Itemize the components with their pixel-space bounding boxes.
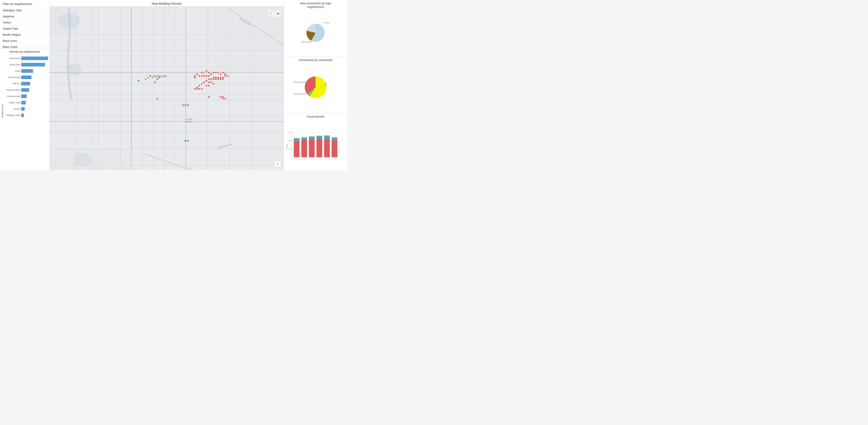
map-dot: [211, 82, 212, 83]
bar-row: Porters: [4, 106, 48, 112]
map-dot: [194, 77, 195, 78]
map-dot: [222, 98, 223, 99]
svg-rect-34: [213, 8, 284, 72]
neighborhood-list-item[interactable]: Blues Creek: [0, 44, 50, 48]
bar-track: [21, 107, 48, 111]
map-dot: [217, 78, 219, 80]
svg-rect-59: [309, 139, 315, 157]
map-dot: [206, 80, 207, 82]
filter-section: Filter by neighborhood Abbington OaksApp…: [0, 0, 50, 49]
map-dot: [157, 78, 158, 80]
map-dot: [196, 86, 198, 88]
bar-row: Hidden Lake: [4, 99, 48, 106]
neighborhood-list-item[interactable]: Black Acres: [0, 38, 50, 44]
bar-fill: [21, 88, 29, 92]
pie1-container: No data White 70.81%: [286, 10, 345, 55]
bar-label: Fifth Ave: [4, 83, 20, 85]
svg-rect-64: [316, 135, 322, 136]
map-dot: [187, 104, 188, 106]
bar-track: [21, 75, 48, 79]
map-dot: [204, 75, 205, 77]
map-dot: [196, 73, 198, 75]
map-dot: [194, 88, 195, 90]
map-dot: [201, 75, 203, 77]
svg-text:White 70.81%: White 70.81%: [301, 41, 312, 43]
map-list-view-button[interactable]: ≡: [268, 10, 274, 16]
bar-label: Abbington Oaks: [4, 114, 20, 116]
map-dot: [187, 140, 188, 142]
map-controls: ≡ ▦: [268, 9, 282, 17]
map-dot: [154, 82, 156, 83]
bar-row: Abbington Oaks: [4, 112, 48, 118]
bar-fill: [21, 82, 30, 86]
neighborhood-list-item[interactable]: Abbington Oaks: [0, 7, 50, 13]
map-dot: [213, 83, 214, 85]
map-dot: [138, 80, 140, 82]
bar-track: [21, 82, 48, 86]
bar-track: [21, 63, 48, 66]
map-dot: [150, 75, 151, 77]
svg-rect-60: [309, 137, 315, 139]
map-grid-view-button[interactable]: ▦: [275, 10, 281, 16]
bar-row: Duval: [4, 68, 48, 74]
map-dot: [217, 77, 219, 78]
map-dot: [199, 75, 200, 77]
map-dot: [199, 85, 200, 86]
svg-rect-33: [50, 149, 131, 170]
map-zoom-plus-button[interactable]: +: [275, 161, 281, 167]
map-dot: [213, 77, 214, 78]
neighborhood-list-item[interactable]: Ashton: [0, 20, 50, 26]
neighborhood-list-item[interactable]: Beville Heights: [0, 32, 50, 38]
svg-text:For-profit 80.1%: For-profit 80.1%: [293, 93, 306, 95]
bar-label: Duval: [4, 70, 20, 72]
bar-track: [21, 69, 48, 73]
svg-rect-55: [294, 138, 300, 139]
y-axis-label: Neighborhoods: [1, 104, 4, 118]
bar-track: [21, 57, 48, 60]
neighborhood-list[interactable]: Abbington OaksAppletreeAshtonAzalea Trai…: [0, 7, 50, 48]
map-dot: [220, 77, 221, 78]
bar-fill: [21, 57, 48, 60]
map-dot: [220, 96, 221, 98]
bar-row: Westchester: [4, 55, 48, 61]
bar-label: Porters: [4, 108, 20, 110]
issued-permits-svg: 300 200 100: [286, 120, 345, 168]
bar-fill: [21, 114, 24, 117]
svg-rect-68: [332, 140, 337, 157]
map-dot: [204, 82, 205, 83]
pie2-container: Non-profit 4.58% Pri... 15. For-profit 8…: [286, 63, 345, 111]
map-dot: [213, 72, 214, 73]
map-panel: New Building Permits: [50, 0, 284, 170]
map-dot: [208, 82, 210, 83]
bar-row: Finley Woods: [4, 74, 48, 81]
map-dot: [220, 73, 221, 75]
map-dot: [208, 96, 210, 98]
map-dot: [211, 73, 212, 75]
bar-fill: [21, 75, 31, 79]
map-dot: [222, 72, 223, 73]
svg-text:Permits: Permits: [286, 143, 288, 149]
svg-rect-69: [332, 138, 337, 140]
map-dot: [201, 83, 203, 85]
neighborhood-list-item[interactable]: Azalea Trails: [0, 26, 50, 32]
bar-fill: [21, 63, 45, 66]
map-dot: [196, 88, 198, 90]
svg-text:15.: 15.: [325, 84, 327, 86]
neighborhood-list-item[interactable]: Appletree: [0, 13, 50, 20]
map-dot: [194, 75, 195, 77]
svg-rect-53: [294, 141, 300, 157]
bar-fill: [21, 101, 26, 104]
map-container[interactable]: Gainesville LincolnEstates NE Waldo Rd S…: [50, 8, 284, 170]
right-panel: New construction by majoneighborhood: [284, 0, 347, 170]
map-dot: [206, 75, 207, 77]
map-dot: [215, 72, 217, 73]
issued-permits-chart: 300 200 100: [286, 120, 345, 168]
map-dot: [204, 72, 205, 73]
bar-track: [21, 114, 48, 117]
svg-line-35: [319, 23, 323, 26]
svg-rect-32: [50, 8, 77, 34]
svg-rect-57: [301, 138, 307, 140]
map-dot: [145, 78, 147, 80]
filter-title: Filter by neighborhood: [0, 0, 50, 7]
map-dot: [215, 78, 217, 80]
